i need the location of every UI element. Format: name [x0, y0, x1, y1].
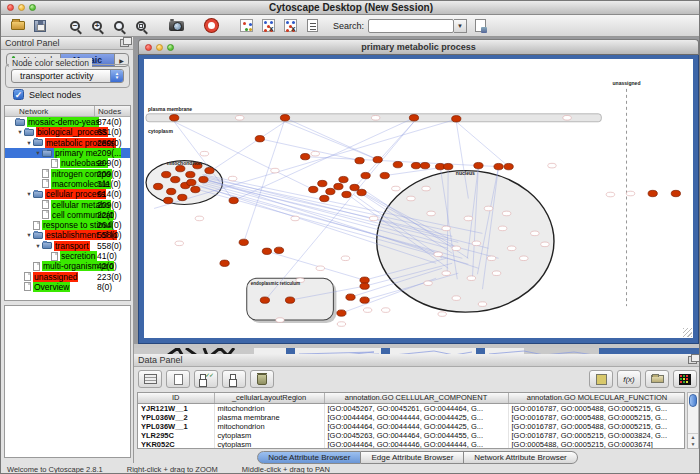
- node[interactable]: [452, 116, 461, 122]
- table-cell[interactable]: YPL036W__1: [138, 422, 214, 431]
- faded-node[interactable]: [228, 176, 236, 181]
- tree-row[interactable]: ▼establishment of lo558(0): [5, 230, 130, 240]
- node-color-select[interactable]: transporter activity ▲▼: [11, 69, 124, 83]
- attribute-tab[interactable]: Edge Attribute Browser: [361, 451, 464, 464]
- node[interactable]: [239, 239, 248, 245]
- node[interactable]: [355, 157, 364, 163]
- node[interactable]: [339, 176, 348, 182]
- table-row[interactable]: YLR295Ccytoplasm[GO:0045263, GO:0044464,…: [138, 431, 685, 440]
- table-row[interactable]: YPL036W__1mitochondrion[GO:0044464, GO:0…: [138, 422, 685, 431]
- zoom-in-button[interactable]: +: [86, 17, 108, 35]
- tree-row[interactable]: nucleobase-209(0): [5, 158, 130, 168]
- node[interactable]: [342, 191, 351, 197]
- faded-node[interactable]: [434, 252, 442, 257]
- show-selected-button[interactable]: [279, 17, 301, 35]
- tree-row[interactable]: ▼cellular process614(0): [5, 189, 130, 199]
- node[interactable]: [309, 186, 318, 192]
- table-cell[interactable]: [GO:0045267, GO:0045261, GO:0044464, G..…: [324, 403, 508, 413]
- faded-node[interactable]: [548, 163, 556, 168]
- faded-node[interactable]: [424, 281, 432, 286]
- node[interactable]: [326, 188, 335, 194]
- faded-node[interactable]: [452, 296, 460, 301]
- node[interactable]: [153, 183, 162, 189]
- node[interactable]: [361, 172, 370, 178]
- node[interactable]: [191, 186, 200, 192]
- faded-node[interactable]: [606, 192, 614, 197]
- faded-node[interactable]: [487, 256, 495, 261]
- node[interactable]: [409, 115, 418, 121]
- zoom-out-button[interactable]: −: [64, 17, 86, 35]
- faded-node[interactable]: [316, 266, 324, 271]
- tree-row[interactable]: ▼primary metabol209(...: [5, 148, 130, 158]
- tree-row[interactable]: cellular metabo209(0): [5, 199, 130, 209]
- table-cell[interactable]: [GO:0044464, GO:0044446, GO:0044444, G..…: [324, 440, 508, 449]
- float-data-panel-icon[interactable]: [688, 356, 697, 364]
- delete-attribute-button[interactable]: [250, 370, 274, 388]
- node[interactable]: [167, 188, 176, 194]
- faded-node[interactable]: [492, 271, 500, 276]
- column-header[interactable]: annotation.GO MOLECULAR_FUNCTION: [508, 393, 685, 403]
- tree-expander-icon[interactable]: ▼: [34, 150, 42, 156]
- scrollbar-thumb[interactable]: [689, 394, 697, 407]
- node[interactable]: [162, 171, 171, 177]
- table-cell[interactable]: YJR121W__1: [138, 403, 214, 413]
- table-cell[interactable]: YPL036W__2: [138, 413, 214, 422]
- node[interactable]: [164, 197, 173, 203]
- column-header[interactable]: annotation.GO CELLULAR_COMPONENT: [324, 393, 508, 403]
- import-attributes-button[interactable]: [645, 370, 669, 388]
- hide-selected-button[interactable]: [257, 17, 279, 35]
- annotation-button[interactable]: [301, 17, 323, 35]
- node[interactable]: [671, 190, 680, 196]
- table-cell[interactable]: cytoplasm: [214, 440, 324, 449]
- faded-node[interactable]: [392, 186, 400, 191]
- faded-node[interactable]: [195, 216, 203, 221]
- open-session-button[interactable]: [7, 17, 29, 35]
- node[interactable]: [373, 156, 382, 162]
- float-panel-icon[interactable]: [120, 39, 129, 47]
- faded-node[interactable]: [520, 256, 528, 261]
- node[interactable]: [393, 161, 402, 167]
- faded-node[interactable]: [341, 256, 349, 261]
- node[interactable]: [199, 176, 208, 182]
- tree-row[interactable]: nitrogen compo209(0): [5, 168, 130, 178]
- faded-node[interactable]: [369, 216, 377, 221]
- table-cell[interactable]: [GO:0045263, GO:0044464, GO:0044455, G..…: [324, 431, 508, 440]
- node[interactable]: [380, 172, 389, 178]
- table-cell[interactable]: mitochondrion: [214, 422, 324, 431]
- table-row[interactable]: YJR121W__1mitochondrion[GO:0045267, GO:0…: [138, 403, 685, 413]
- tree-row[interactable]: secretion41(0): [5, 251, 130, 261]
- node[interactable]: [444, 163, 453, 169]
- network-tree-header[interactable]: Network Nodes: [5, 106, 130, 117]
- tree-expander-icon[interactable]: ▼: [16, 129, 24, 135]
- select-attributes-button[interactable]: [194, 370, 218, 388]
- node[interactable]: [255, 136, 264, 142]
- faded-node[interactable]: [478, 302, 486, 307]
- network-graph[interactable]: plasma membranecytoplasmmitochondrionnuc…: [144, 59, 693, 338]
- faded-node[interactable]: [291, 216, 299, 221]
- faded-node[interactable]: [472, 241, 480, 246]
- node[interactable]: [320, 195, 329, 201]
- search-doc-icon[interactable]: [475, 19, 486, 32]
- matrix-button[interactable]: [589, 370, 613, 388]
- faded-node[interactable]: [407, 196, 415, 201]
- table-cell[interactable]: mitochondrion: [214, 403, 324, 413]
- node[interactable]: [220, 260, 229, 266]
- table-cell[interactable]: cytoplasm: [214, 431, 324, 440]
- new-attribute-button[interactable]: [166, 370, 190, 388]
- faded-node[interactable]: [563, 115, 571, 120]
- node[interactable]: [494, 163, 503, 169]
- column-header[interactable]: ID: [138, 393, 214, 403]
- faded-node[interactable]: [427, 211, 435, 216]
- scrollbar-arrows[interactable]: ▲▼: [688, 433, 698, 448]
- faded-node[interactable]: [382, 308, 390, 313]
- faded-node[interactable]: [371, 115, 379, 120]
- faded-node[interactable]: [337, 322, 345, 327]
- table-cell[interactable]: [GO:0044464, GO:0044444, GO:0044425, G..…: [324, 449, 508, 450]
- faded-node[interactable]: [363, 308, 371, 313]
- node[interactable]: [205, 167, 214, 173]
- node[interactable]: [260, 297, 269, 303]
- node[interactable]: [360, 297, 369, 303]
- faded-node[interactable]: [442, 226, 450, 231]
- faded-node[interactable]: [484, 206, 492, 211]
- table-row[interactable]: YDR039C__1mitochondrion[GO:0044464, GO:0…: [138, 449, 685, 450]
